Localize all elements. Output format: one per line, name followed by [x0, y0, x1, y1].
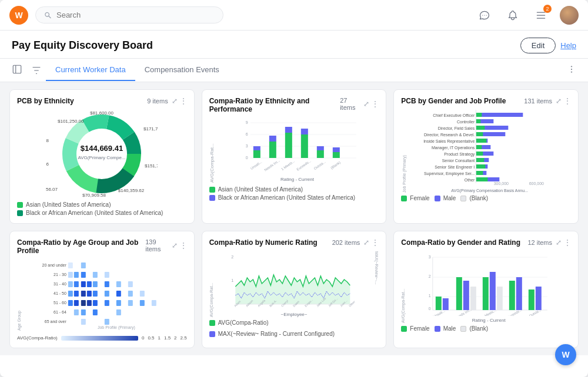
- card-compa-gender-rating: Compa-Ratio by Gender and Rating 12 item…: [393, 231, 579, 348]
- svg-text:Unsati...: Unsati...: [250, 160, 263, 170]
- workday-logo[interactable]: W: [9, 6, 28, 25]
- svg-rect-96: [74, 272, 79, 278]
- svg-text:3: 3: [245, 144, 248, 148]
- svg-rect-37: [285, 127, 292, 133]
- donut-chart-pcb-ethnicity: $81,600.00 $171,756.97 $151,702.05 $140,…: [17, 110, 187, 198]
- tabs-row: Current Worker Data Compensation Events: [0, 59, 588, 82]
- more-icon-pcb-gender[interactable]: ⋮: [564, 97, 571, 105]
- search-icon: [44, 11, 52, 19]
- card-title-pcb-gender: PCB by Gender and Job Profile: [401, 97, 506, 105]
- color-scale: AVG(Compa-Ratio) 0 0.5 1 1.5 2 2.5: [17, 335, 187, 341]
- svg-rect-43: [332, 147, 339, 152]
- svg-text:$151,702.05: $151,702.05: [145, 163, 158, 169]
- svg-text:AVG(Primary Compe...: AVG(Primary Compe...: [78, 155, 126, 160]
- svg-rect-117: [68, 300, 73, 306]
- svg-text:Needs Im...: Needs Im...: [263, 159, 280, 172]
- card-count-pcb-gender: 131 items: [524, 97, 552, 105]
- svg-rect-110: [81, 291, 86, 297]
- notification-button[interactable]: [503, 6, 522, 25]
- svg-rect-160: [463, 281, 469, 310]
- legend-max-review: MAX(~Review~ Rating - Current Configured…: [218, 331, 335, 337]
- svg-text:Product Strategy: Product Strategy: [445, 152, 476, 157]
- svg-rect-125: [140, 300, 145, 306]
- svg-rect-36: [285, 133, 292, 158]
- svg-rect-124: [128, 300, 133, 306]
- svg-rect-98: [93, 272, 98, 278]
- more-icon-compa-ethnicity[interactable]: ⋮: [372, 100, 379, 108]
- apps-button[interactable]: 2: [532, 6, 550, 25]
- card-count-compa-gender-rating: 12 items: [527, 239, 552, 246]
- legend-black: Black or African American (United States…: [218, 194, 355, 201]
- y-axis-label-compa-gender-rating: AVG(Compa-Rat...: [401, 251, 405, 323]
- svg-rect-61: [476, 132, 483, 136]
- edit-button[interactable]: Edit: [520, 38, 556, 53]
- svg-rect-102: [81, 281, 86, 287]
- svg-rect-128: [81, 309, 86, 315]
- avatar[interactable]: [560, 6, 579, 25]
- legend-female: Female: [410, 195, 429, 201]
- search-bar[interactable]: [35, 6, 223, 23]
- svg-point-3: [571, 72, 572, 72]
- legend-pcb-ethnicity: Asian (United States of America) Black o…: [17, 201, 187, 216]
- svg-rect-162: [483, 277, 489, 310]
- tab-compensation-events[interactable]: Compensation Events: [135, 59, 229, 81]
- svg-text:9: 9: [245, 120, 248, 124]
- y2-axis-label-compa-numeric: MAX(~Review~-...: [375, 251, 379, 317]
- search-input[interactable]: [56, 11, 215, 19]
- expand-icon-compa-numeric[interactable]: ⤢: [363, 238, 369, 247]
- svg-text:$144,669.41: $144,669.41: [81, 144, 123, 153]
- svg-rect-42: [332, 152, 339, 158]
- svg-text:0: 0: [429, 307, 431, 311]
- svg-text:6: 6: [245, 132, 248, 136]
- svg-rect-113: [105, 291, 109, 297]
- filter-icon[interactable]: [32, 66, 41, 75]
- svg-rect-104: [93, 281, 98, 287]
- svg-rect-97: [81, 272, 86, 278]
- tab-current-worker[interactable]: Current Worker Data: [46, 59, 135, 81]
- svg-rect-64: [476, 139, 487, 143]
- svg-rect-115: [128, 291, 133, 297]
- svg-rect-130: [116, 309, 121, 315]
- svg-text:300,000: 300,000: [494, 181, 509, 186]
- svg-text:$143,629.38: $143,629.38: [46, 138, 49, 143]
- svg-rect-41: [316, 146, 323, 150]
- legend-male-gender-rating: Male: [443, 325, 456, 332]
- svg-rect-101: [74, 281, 79, 287]
- svg-rect-94: [81, 262, 86, 268]
- svg-text:600,000: 600,000: [529, 181, 544, 186]
- svg-rect-82: [476, 177, 488, 181]
- more-icon-pcb-ethnicity[interactable]: ⋮: [180, 97, 187, 105]
- help-button[interactable]: Help: [560, 38, 576, 53]
- svg-rect-129: [93, 309, 98, 315]
- expand-icon-compa-ethnicity[interactable]: ⤢: [363, 100, 369, 108]
- expand-icon-compa-gender-rating[interactable]: ⤢: [556, 238, 562, 247]
- chat-button[interactable]: [475, 6, 494, 25]
- sidebar-icon: [12, 64, 22, 75]
- color-scale-mid4: 2: [174, 335, 176, 341]
- expand-icon-pcb-ethnicity[interactable]: ⤢: [172, 97, 178, 105]
- svg-rect-112: [93, 291, 98, 297]
- more-icon-compa-age[interactable]: ⋮: [180, 241, 187, 250]
- more-options-icon[interactable]: [567, 65, 576, 76]
- more-icon-compa-gender-rating[interactable]: ⋮: [564, 238, 571, 247]
- svg-text:0: 0: [245, 156, 248, 160]
- svg-rect-100: [68, 281, 73, 287]
- svg-rect-32: [253, 150, 260, 158]
- svg-text:51 - 60: 51 - 60: [54, 301, 66, 305]
- top-nav: W 2: [0, 0, 588, 31]
- page-header: Pay Equity Discovery Board Edit Help: [0, 31, 588, 59]
- help-bubble-button[interactable]: W: [555, 344, 576, 365]
- sidebar-toggle[interactable]: [12, 64, 22, 76]
- svg-text:Exceeds...: Exceeds...: [296, 159, 312, 171]
- svg-rect-35: [269, 136, 276, 142]
- svg-text:$81,600.00: $81,600.00: [90, 110, 114, 116]
- svg-rect-114: [116, 291, 121, 297]
- expand-icon-compa-age[interactable]: ⤢: [172, 241, 178, 250]
- more-icon-compa-numeric[interactable]: ⋮: [372, 238, 379, 247]
- x-axis-label-compa-gender-rating: Rating - Current: [406, 318, 571, 323]
- svg-rect-167: [529, 290, 534, 310]
- svg-rect-159: [456, 277, 462, 310]
- svg-text:Chief Executive Officer: Chief Executive Officer: [433, 113, 476, 117]
- card-pcb-gender-job: PCB by Gender and Job Profile 131 items …: [393, 89, 579, 224]
- expand-icon-pcb-gender[interactable]: ⤢: [556, 97, 562, 105]
